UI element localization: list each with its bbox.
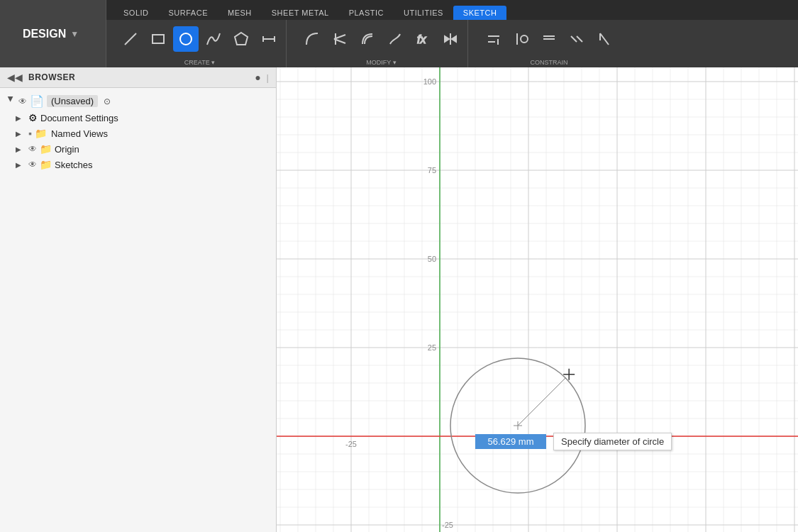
- tree-folder-origin: 📁: [40, 143, 52, 155]
- tree-eye-origin[interactable]: 👁: [28, 144, 37, 154]
- tree-arrow-root: ▶: [7, 96, 15, 106]
- tree-arrow-origin: ▶: [16, 145, 26, 153]
- dimension-tool[interactable]: [256, 26, 282, 52]
- tree-settings-icon[interactable]: ⊙: [104, 96, 111, 106]
- tree-item-sketches[interactable]: ▶ 👁 📁 Sketches: [0, 157, 276, 172]
- tree-item-root[interactable]: ▶ 👁 📄 (Unsaved) ⊙: [0, 92, 276, 110]
- tree-label-named-views: Named Views: [51, 128, 108, 139]
- browser-title: BROWSER: [28, 72, 249, 82]
- tree-gear-icon: ⚙: [28, 112, 38, 123]
- tree-item-origin[interactable]: ▶ 👁 📁 Origin: [0, 141, 276, 157]
- svg-marker-3: [235, 33, 248, 45]
- tab-solid[interactable]: SOLID: [113, 6, 159, 20]
- tree-folder-root: 📄: [30, 94, 44, 108]
- formula-tool[interactable]: fx: [410, 26, 436, 52]
- svg-point-2: [180, 33, 192, 45]
- design-arrow-icon: ▼: [70, 29, 79, 39]
- constrain-group: CONSTRAIN: [477, 20, 621, 67]
- dimension-input-container: Specify diameter of circle: [475, 433, 672, 450]
- browser-header: ◀◀ BROWSER ● |: [0, 67, 276, 88]
- modify-group: fx MODIFY ▾: [295, 20, 468, 67]
- svg-marker-13: [452, 36, 456, 42]
- svg-marker-12: [445, 36, 449, 42]
- svg-point-18: [521, 35, 528, 43]
- tree-eye-root[interactable]: 👁: [18, 96, 27, 106]
- canvas-area[interactable]: Specify diameter of circle: [277, 67, 798, 532]
- tab-sheet-metal[interactable]: SHEET METAL: [262, 6, 339, 20]
- tree-arrow-docsettings: ▶: [16, 114, 26, 122]
- constrain-tool-2[interactable]: [509, 26, 534, 52]
- tree-label-document-settings: Document Settings: [40, 113, 118, 123]
- constrain-tool-5[interactable]: [592, 26, 617, 52]
- tree-arrow-namedviews: ▶: [16, 130, 26, 138]
- toolbar-tabs: SOLIDSURFACEMESHSHEET METALPLASTICUTILIT…: [0, 0, 798, 20]
- svg-text:fx: fx: [417, 33, 426, 45]
- browser-tree: ▶ 👁 📄 (Unsaved) ⊙ ▶ ⚙ Document Settings …: [0, 88, 276, 177]
- spline-tool[interactable]: [201, 26, 226, 52]
- tab-surface[interactable]: SURFACE: [159, 6, 218, 20]
- tab-mesh[interactable]: MESH: [218, 6, 262, 20]
- circle-tool[interactable]: [173, 26, 199, 52]
- tree-folder-namedviews: ▪: [28, 128, 32, 139]
- line-tool[interactable]: [118, 26, 143, 52]
- constrain-tool-3[interactable]: [536, 26, 562, 52]
- tab-sketch[interactable]: SKETCH: [453, 6, 507, 20]
- tab-utilities[interactable]: UTILITIES: [394, 6, 453, 20]
- modify-label: MODIFY ▾: [295, 59, 467, 66]
- collapse-browser-icon[interactable]: ◀◀: [7, 72, 23, 83]
- tree-item-named-views[interactable]: ▶ ▪ 📁 Named Views: [0, 126, 276, 141]
- constrain-tool-1[interactable]: [481, 26, 506, 52]
- main-content: ◀◀ BROWSER ● | ▶ 👁 📄 (Unsaved) ⊙ ▶ ⚙ Doc…: [0, 67, 798, 532]
- toolbar-icons: CREATE ▾: [106, 20, 798, 67]
- constrain-label: CONSTRAIN: [477, 59, 621, 66]
- create-group: CREATE ▾: [113, 20, 287, 67]
- fillet-tool[interactable]: [299, 26, 325, 52]
- svg-line-0: [125, 33, 136, 45]
- polygon-tool[interactable]: [228, 26, 254, 52]
- trim-tool[interactable]: [327, 26, 353, 52]
- tree-label-origin: Origin: [55, 144, 79, 155]
- rectangle-tool[interactable]: [145, 26, 171, 52]
- diameter-input[interactable]: [475, 434, 546, 449]
- constrain-tool-4[interactable]: [564, 26, 589, 52]
- mirror-tool[interactable]: [438, 26, 463, 52]
- svg-line-23: [600, 33, 609, 45]
- extend-tool[interactable]: [382, 26, 408, 52]
- svg-line-21: [571, 36, 577, 42]
- offset-tool[interactable]: [355, 26, 380, 52]
- svg-rect-1: [153, 35, 164, 43]
- tree-folder-sketches: 📁: [40, 159, 52, 170]
- tree-arrow-sketches: ▶: [16, 161, 26, 169]
- tree-label-unsaved: (Unsaved): [47, 95, 98, 107]
- tab-plastic[interactable]: PLASTIC: [339, 6, 394, 20]
- tree-eye-sketches[interactable]: 👁: [28, 160, 37, 170]
- grid-canvas: [277, 67, 798, 532]
- diameter-label: Specify diameter of circle: [553, 433, 672, 450]
- tree-label-sketches: Sketches: [55, 160, 92, 170]
- divider-icon: |: [267, 72, 269, 83]
- toolbar: DESIGN ▼ SOLIDSURFACEMESHSHEET METALPLAS…: [0, 0, 798, 67]
- design-label: DESIGN: [23, 28, 66, 40]
- design-button[interactable]: DESIGN ▼: [0, 0, 106, 67]
- svg-line-22: [577, 36, 582, 42]
- pin-icon[interactable]: ●: [255, 72, 260, 83]
- create-label: CREATE ▾: [113, 59, 286, 66]
- tree-folder2-namedviews: 📁: [35, 128, 47, 139]
- browser-panel: ◀◀ BROWSER ● | ▶ 👁 📄 (Unsaved) ⊙ ▶ ⚙ Doc…: [0, 67, 277, 532]
- tree-item-document-settings[interactable]: ▶ ⚙ Document Settings: [0, 110, 276, 126]
